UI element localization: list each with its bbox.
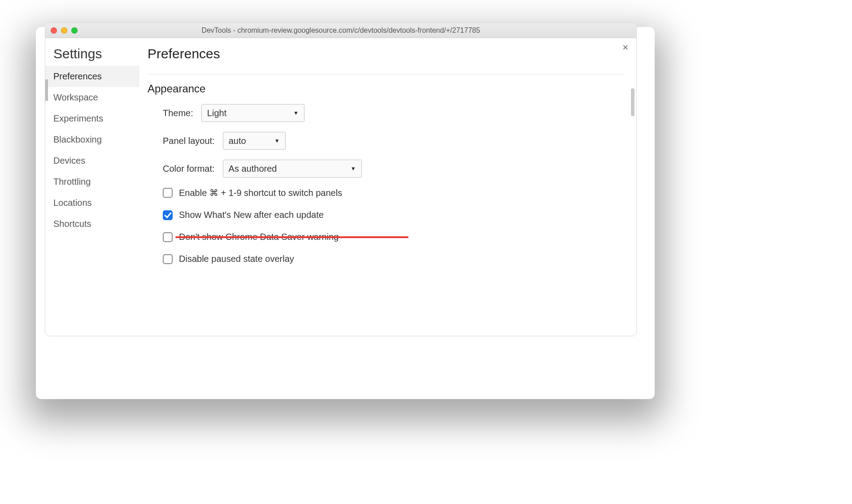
sidebar-item-shortcuts[interactable]: Shortcuts xyxy=(45,213,139,235)
color-format-row: Color format: As authored ▼ xyxy=(163,160,623,178)
theme-select[interactable]: Light ▼ xyxy=(201,104,304,122)
sidebar-item-blackboxing[interactable]: Blackboxing xyxy=(45,129,139,150)
close-window-button[interactable] xyxy=(51,27,57,34)
enable-shortcut-label: Enable ⌘ + 1-9 shortcut to switch panels xyxy=(179,187,342,198)
sidebar-item-locations[interactable]: Locations xyxy=(45,192,139,213)
disable-paused-overlay-row: Disable paused state overlay xyxy=(163,254,623,264)
disable-paused-overlay-checkbox[interactable] xyxy=(163,254,173,264)
close-settings-button[interactable]: × xyxy=(622,43,628,52)
window-title: DevTools - chromium-review.googlesource.… xyxy=(45,26,636,35)
sidebar-item-throttling[interactable]: Throttling xyxy=(45,171,139,192)
scrollbar-thumb[interactable] xyxy=(631,88,635,116)
settings-main: × Preferences Appearance Theme: Light ▼ … xyxy=(139,38,636,336)
panel-layout-select[interactable]: auto ▼ xyxy=(223,132,286,150)
sidebar-heading: Settings xyxy=(45,46,139,66)
panel-layout-row: Panel layout: auto ▼ xyxy=(163,132,623,150)
divider xyxy=(148,74,623,74)
minimize-window-button[interactable] xyxy=(61,27,67,34)
show-whats-new-row: Show What's New after each update xyxy=(163,210,623,220)
theme-label: Theme: xyxy=(163,108,193,118)
show-whats-new-checkbox[interactable] xyxy=(163,210,173,220)
panel-layout-select-value: auto xyxy=(229,136,246,146)
color-format-label: Color format: xyxy=(163,164,215,174)
theme-select-value: Light xyxy=(207,108,226,118)
sidebar-item-label: Preferences xyxy=(53,71,102,81)
sidebar-item-label: Locations xyxy=(53,198,92,208)
color-format-select-value: As authored xyxy=(229,164,277,174)
panel-layout-label: Panel layout: xyxy=(163,136,215,146)
page-title: Preferences xyxy=(148,46,623,61)
settings-sidebar: Settings Preferences Workspace Experimen… xyxy=(45,38,139,336)
theme-row: Theme: Light ▼ xyxy=(163,104,623,122)
close-icon: × xyxy=(622,42,628,53)
section-appearance-heading: Appearance xyxy=(148,83,623,95)
devtools-window: DevTools - chromium-review.googlesource.… xyxy=(45,22,637,336)
window-controls xyxy=(51,27,78,34)
sidebar-item-workspace[interactable]: Workspace xyxy=(45,87,139,108)
sidebar-item-preferences[interactable]: Preferences xyxy=(45,66,139,87)
disable-paused-overlay-label: Disable paused state overlay xyxy=(179,254,294,264)
enable-shortcut-row: Enable ⌘ + 1-9 shortcut to switch panels xyxy=(163,187,623,198)
sidebar-item-experiments[interactable]: Experiments xyxy=(45,108,139,129)
enable-shortcut-checkbox[interactable] xyxy=(163,188,173,198)
show-whats-new-label: Show What's New after each update xyxy=(179,210,324,220)
sidebar-item-label: Experiments xyxy=(53,113,103,123)
sidebar-item-label: Workspace xyxy=(53,92,98,102)
sidebar-item-devices[interactable]: Devices xyxy=(45,150,139,171)
maximize-window-button[interactable] xyxy=(71,27,78,34)
data-saver-warning-label: Don't show Chrome Data Saver warning xyxy=(179,232,339,242)
sidebar-item-label: Throttling xyxy=(53,177,91,187)
chevron-down-icon: ▼ xyxy=(293,110,299,116)
chevron-down-icon: ▼ xyxy=(351,165,356,172)
data-saver-warning-row: Don't show Chrome Data Saver warning xyxy=(163,232,623,242)
sidebar-item-label: Blackboxing xyxy=(53,135,102,144)
sidebar-item-label: Shortcuts xyxy=(53,219,91,229)
color-format-select[interactable]: As authored ▼ xyxy=(223,160,362,178)
sidebar-item-label: Devices xyxy=(53,156,85,165)
sidebar-active-indicator xyxy=(45,79,48,101)
chevron-down-icon: ▼ xyxy=(274,138,280,144)
data-saver-warning-checkbox[interactable] xyxy=(163,232,173,242)
titlebar: DevTools - chromium-review.googlesource.… xyxy=(45,23,636,38)
